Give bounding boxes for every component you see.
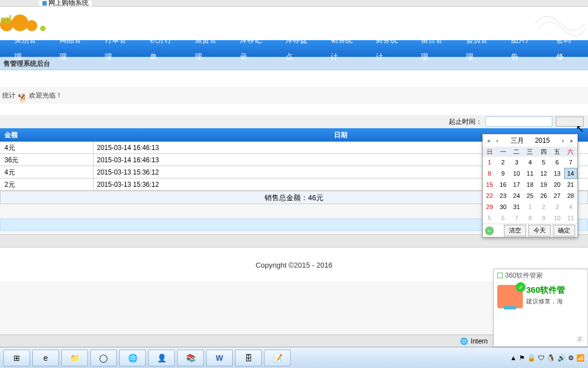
taskbar-eclipse-icon[interactable]: ◯: [90, 350, 117, 366]
taskbar-explorer-icon[interactable]: 📁: [61, 350, 88, 366]
tray-icon[interactable]: ▲: [510, 354, 517, 362]
taskbar-app-icon[interactable]: 👤: [148, 350, 175, 366]
date-range-label: 起止时间：: [449, 117, 482, 127]
logo-bar: rd: [0, 7, 588, 40]
calendar-grid: 1234567 891011121314 15161718192021 2223…: [483, 157, 577, 224]
greeting-prefix: 统计: [2, 87, 16, 104]
prev-year-icon[interactable]: «: [485, 136, 493, 145]
tray-icon[interactable]: ⚑: [519, 354, 525, 362]
cal-day[interactable]: 5: [483, 212, 496, 224]
cal-day[interactable]: 6: [550, 157, 564, 168]
decor-swirl-icon: [532, 7, 588, 40]
cal-day[interactable]: 9: [537, 212, 550, 224]
date-start-input[interactable]: [486, 117, 552, 127]
taskbar-word-icon[interactable]: W: [206, 350, 233, 366]
taskbar-winrar-icon[interactable]: 📚: [177, 350, 204, 366]
tray-icon[interactable]: ⚙: [568, 354, 574, 362]
taskbar-notes-icon[interactable]: 📝: [264, 350, 291, 366]
browser-tab[interactable]: 网上购物系统: [39, 1, 92, 6]
cal-day[interactable]: 15: [483, 179, 496, 190]
cal-day[interactable]: 12: [537, 168, 550, 179]
app-icon: [497, 273, 503, 278]
computer-icon: ✓: [497, 285, 523, 308]
cal-day[interactable]: 7: [564, 157, 577, 168]
status-text: Intern: [471, 337, 488, 345]
cal-day[interactable]: 4: [523, 157, 537, 168]
cal-day[interactable]: 4: [564, 201, 577, 212]
cal-day[interactable]: 20: [550, 179, 564, 190]
taskbar-db-icon[interactable]: 🗄: [235, 350, 262, 366]
taskbar-ie-icon[interactable]: e: [32, 350, 59, 366]
cal-day[interactable]: 10: [510, 168, 523, 179]
spacer: [0, 104, 588, 115]
tray-icon[interactable]: 🔒: [527, 354, 536, 362]
back-icon[interactable]: ←: [485, 226, 494, 235]
tray-icon[interactable]: 🔊: [557, 354, 566, 362]
calendar-title[interactable]: 三月 2015: [501, 136, 559, 146]
date-end-or-submit[interactable]: [556, 117, 584, 127]
popup-title: 360软件管: [526, 285, 565, 296]
calendar-clear-button[interactable]: 清空: [504, 225, 526, 236]
cal-day[interactable]: 3: [510, 157, 523, 168]
next-year-icon[interactable]: »: [567, 136, 575, 145]
calendar-month: 三月: [511, 137, 524, 144]
cal-day[interactable]: 27: [550, 190, 564, 201]
cal-day[interactable]: 26: [537, 190, 550, 201]
calendar-header: « ‹ 三月 2015 › »: [483, 134, 577, 147]
cal-day[interactable]: 8: [523, 212, 537, 224]
cal-day[interactable]: 10: [550, 212, 564, 224]
cal-day[interactable]: 17: [510, 179, 523, 190]
cal-day[interactable]: 2: [496, 157, 509, 168]
col-amount: 金额: [0, 128, 94, 142]
globe-icon: 🌐: [460, 337, 468, 345]
cal-day[interactable]: 18: [523, 179, 537, 190]
calendar-popup: « ‹ 三月 2015 › » 日 一 二 三 四 五 六 1234567 89…: [482, 134, 578, 238]
cal-day[interactable]: 1: [523, 201, 537, 212]
popup-more[interactable]: 不: [577, 336, 583, 344]
cal-day[interactable]: 16: [496, 179, 509, 190]
calendar-ok-button[interactable]: 确定: [553, 225, 575, 236]
next-month-icon[interactable]: ›: [559, 136, 567, 145]
calendar-today-button[interactable]: 今天: [528, 225, 551, 236]
cal-day[interactable]: 2: [537, 201, 550, 212]
cal-day[interactable]: 5: [537, 157, 550, 168]
tray-icon[interactable]: 🐧: [547, 354, 555, 362]
taskbar-browser-icon[interactable]: 🌐: [119, 350, 146, 366]
cal-day[interactable]: 9: [496, 168, 509, 179]
wd-fri: 五: [550, 147, 564, 157]
cal-day[interactable]: 11: [523, 168, 537, 179]
cal-day[interactable]: 25: [523, 190, 537, 201]
tray-icon[interactable]: 🛡: [538, 354, 545, 362]
cal-day[interactable]: 7: [510, 212, 523, 224]
wd-mon: 一: [496, 147, 509, 157]
popup-header: 360软件管家: [494, 269, 587, 282]
cal-day[interactable]: 13: [550, 168, 564, 179]
tray-icon[interactable]: 📶: [576, 354, 585, 362]
cal-day[interactable]: 22: [483, 190, 496, 201]
cal-day[interactable]: 1: [483, 157, 496, 168]
cal-day[interactable]: 21: [564, 179, 577, 190]
cal-day-today[interactable]: 14: [564, 168, 577, 179]
cell-amount: 4元: [0, 166, 94, 178]
system-tray: ▲ ⚑ 🔒 🛡 🐧 🔊 ⚙ 📶: [510, 354, 585, 362]
wd-sat: 六: [564, 147, 577, 157]
cal-day[interactable]: 30: [496, 201, 509, 212]
logo-text: rd: [0, 13, 11, 26]
cal-day[interactable]: 31: [510, 201, 523, 212]
cal-day[interactable]: 11: [564, 212, 577, 224]
cal-day[interactable]: 29: [483, 201, 496, 212]
cell-amount: 36元: [0, 154, 94, 166]
prev-month-icon[interactable]: ‹: [493, 136, 501, 145]
cal-day[interactable]: 23: [496, 190, 509, 201]
cal-day[interactable]: 6: [496, 212, 509, 224]
calendar-footer: ← 清空 今天 确定: [483, 224, 577, 237]
favicon-icon: [42, 1, 47, 6]
blank-strip: [0, 70, 588, 87]
cal-day[interactable]: 3: [550, 201, 564, 212]
cal-day[interactable]: 8: [483, 168, 496, 179]
cal-day[interactable]: 28: [564, 190, 577, 201]
browser-tab-strip: 网上购物系统: [0, 0, 588, 7]
cal-day[interactable]: 19: [537, 179, 550, 190]
taskbar-start-icon[interactable]: ⊞: [3, 350, 30, 366]
cal-day[interactable]: 24: [510, 190, 523, 201]
